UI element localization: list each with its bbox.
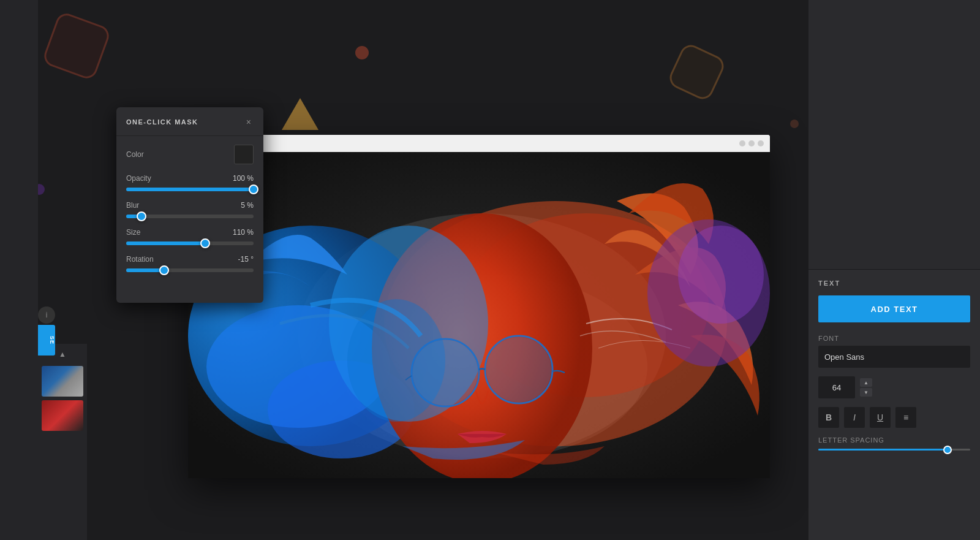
canvas-window <box>188 135 770 478</box>
mask-dialog-header: ONE-CLICK MASK × <box>116 107 263 136</box>
size-slider-fill <box>126 241 205 245</box>
font-size-input[interactable] <box>818 376 855 398</box>
blur-slider[interactable] <box>126 215 254 218</box>
blur-slider-thumb[interactable] <box>137 211 146 221</box>
svg-point-14 <box>486 337 551 402</box>
italic-button[interactable]: I <box>844 407 865 428</box>
thumbnail-2[interactable] <box>42 400 83 431</box>
size-row-header: Size 110 % <box>126 228 254 237</box>
mask-dialog-body: Color Opacity 100 % Blur 5 % <box>116 136 263 291</box>
color-label: Color <box>126 150 144 159</box>
mask-dialog: ONE-CLICK MASK × Color Opacity 100 % Bl <box>116 107 263 303</box>
size-slider[interactable] <box>126 241 254 245</box>
rotation-row-header: Rotation -15 ° <box>126 255 254 264</box>
rotation-slider[interactable] <box>126 268 254 272</box>
win-dot-3 <box>758 140 764 146</box>
rotation-slider-thumb[interactable] <box>159 265 169 275</box>
underline-button[interactable]: U <box>870 407 891 428</box>
font-label: Font <box>818 335 970 342</box>
opacity-slider[interactable] <box>126 188 254 191</box>
align-button[interactable]: ≡ <box>895 407 916 428</box>
win-dot-1 <box>739 140 745 146</box>
blur-value: 5 % <box>241 201 254 210</box>
font-select[interactable]: Open Sans <box>818 346 970 368</box>
thumbnail-strip: ▲ <box>38 344 87 540</box>
letter-spacing-thumb[interactable] <box>943 446 952 454</box>
size-value: 110 % <box>233 228 254 237</box>
side-panel-button[interactable]: SE <box>38 325 55 356</box>
text-style-row: B I U ≡ <box>818 407 970 428</box>
portrait-artwork <box>188 152 770 478</box>
right-panel-bottom: TEXT ADD TEXT Font Open Sans ▲ ▼ B I U ≡ <box>809 270 980 540</box>
blur-row: Blur 5 % <box>126 201 254 218</box>
font-size-down-button[interactable]: ▼ <box>860 388 872 397</box>
size-row: Size 110 % <box>126 228 254 245</box>
canvas-content[interactable] <box>188 152 770 478</box>
window-titlebar <box>188 135 770 152</box>
rotation-label: Rotation <box>126 255 154 264</box>
letter-spacing-slider[interactable] <box>818 449 970 451</box>
mask-close-button[interactable]: × <box>244 116 254 128</box>
right-panel-top <box>809 0 980 270</box>
bold-button[interactable]: B <box>818 407 839 428</box>
svg-point-12 <box>413 340 478 405</box>
rotation-slider-fill <box>126 268 164 272</box>
right-panel: TEXT ADD TEXT Font Open Sans ▲ ▼ B I U ≡ <box>809 0 980 540</box>
size-label: Size <box>126 228 140 237</box>
blur-label: Blur <box>126 201 139 210</box>
win-dot-2 <box>748 140 755 146</box>
mask-dialog-title: ONE-CLICK MASK <box>126 118 198 126</box>
opacity-row-header: Opacity 100 % <box>126 174 254 183</box>
thumbnail-1[interactable] <box>42 366 83 397</box>
left-sidebar <box>0 0 38 540</box>
color-row: Color <box>126 145 254 164</box>
opacity-slider-fill <box>126 188 254 191</box>
add-text-button[interactable]: ADD TEXT <box>818 295 970 322</box>
size-slider-thumb[interactable] <box>200 238 210 248</box>
rotation-row: Rotation -15 ° <box>126 255 254 272</box>
collapse-button[interactable]: ▲ <box>59 350 66 359</box>
rotation-value: -15 ° <box>238 255 254 264</box>
opacity-row: Opacity 100 % <box>126 174 254 191</box>
letter-spacing-fill <box>818 449 948 451</box>
svg-point-16 <box>678 226 764 324</box>
info-button[interactable]: i <box>38 306 55 324</box>
color-row-header: Color <box>126 145 254 164</box>
text-section-label: TEXT <box>818 280 970 287</box>
opacity-value: 100 % <box>233 174 254 183</box>
font-size-row: ▲ ▼ <box>818 376 970 398</box>
letter-spacing-label: Letter Spacing <box>818 436 970 444</box>
blur-row-header: Blur 5 % <box>126 201 254 210</box>
opacity-label: Opacity <box>126 174 151 183</box>
info-icon: i <box>46 311 48 319</box>
color-swatch[interactable] <box>234 145 254 164</box>
font-size-up-button[interactable]: ▲ <box>860 378 872 387</box>
font-size-arrows: ▲ ▼ <box>860 378 872 397</box>
opacity-slider-thumb[interactable] <box>249 184 258 194</box>
